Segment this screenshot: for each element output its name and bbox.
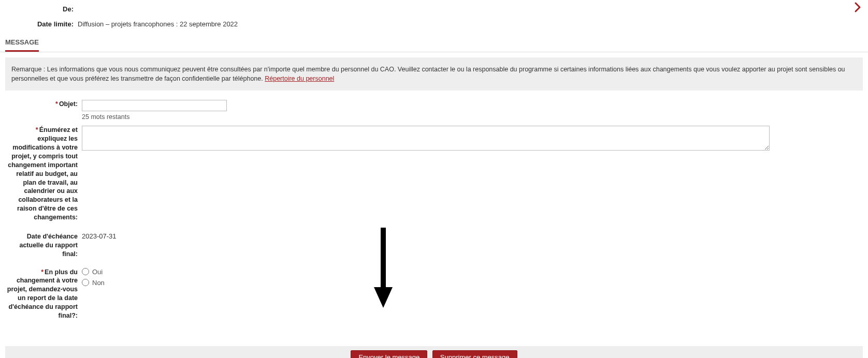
row-objet: *Objet: 25 mots restants — [5, 100, 863, 121]
tabs: MESSAGE — [0, 35, 868, 52]
radio-non-label: Non — [92, 279, 105, 287]
required-marker: * — [41, 268, 44, 276]
required-marker: * — [36, 126, 38, 133]
radio-oui-label: Oui — [92, 268, 103, 276]
row-explain: *Énumérez et expliquez les modifications… — [5, 126, 863, 222]
objet-label: *Objet: — [5, 100, 82, 109]
explain-label-text: Énumérez et expliquez les modifications … — [8, 126, 78, 221]
deadline-label: Date limite: — [5, 20, 78, 28]
explain-label: *Énumérez et expliquez les modifications… — [5, 126, 82, 222]
extend-label: *En plus du changement à votre projet, d… — [5, 268, 82, 320]
delete-button[interactable]: Supprimer ce message — [432, 350, 517, 358]
from-label: De: — [5, 5, 78, 13]
radio-item-oui[interactable]: Oui — [82, 268, 863, 276]
staff-directory-link[interactable]: Répertoire du personnel — [265, 75, 334, 82]
due-value: 2023-07-31 — [82, 232, 863, 240]
send-button[interactable]: Envoyer le message — [351, 350, 427, 358]
deadline-value: Diffusion – projets francophones : 22 se… — [78, 20, 238, 28]
radio-item-non[interactable]: Non — [82, 279, 863, 287]
header-deadline-row: Date limite: Diffusion – projets francop… — [5, 20, 863, 28]
radio-oui[interactable] — [82, 268, 89, 275]
notice-box: Remarque : Les informations que vous nou… — [5, 57, 863, 91]
header-from-row: De: — [5, 5, 863, 13]
row-extend: *En plus du changement à votre projet, d… — [5, 268, 863, 320]
radio-non[interactable] — [82, 279, 89, 286]
notice-text: Remarque : Les informations que vous nou… — [11, 66, 845, 82]
content: Remarque : Les informations que vous nou… — [0, 52, 868, 358]
button-bar: Envoyer le message Supprimer ce message — [5, 346, 863, 358]
objet-label-text: Objet: — [59, 100, 78, 108]
row-due: Date d'échéance actuelle du rapport fina… — [5, 232, 863, 259]
chevron-right-icon — [851, 1, 864, 13]
due-label: Date d'échéance actuelle du rapport fina… — [5, 232, 82, 259]
tab-message[interactable]: MESSAGE — [5, 35, 39, 52]
objet-hint: 25 mots restants — [82, 113, 863, 121]
explain-textarea[interactable] — [82, 126, 770, 151]
next-page-arrow[interactable] — [851, 1, 864, 13]
extend-radio-group: Oui Non — [82, 268, 863, 287]
header-block: De: Date limite: Diffusion – projets fra… — [0, 0, 868, 28]
required-marker: * — [55, 100, 58, 108]
extend-label-text: En plus du changement à votre projet, de… — [7, 268, 78, 319]
objet-input[interactable] — [82, 100, 227, 111]
